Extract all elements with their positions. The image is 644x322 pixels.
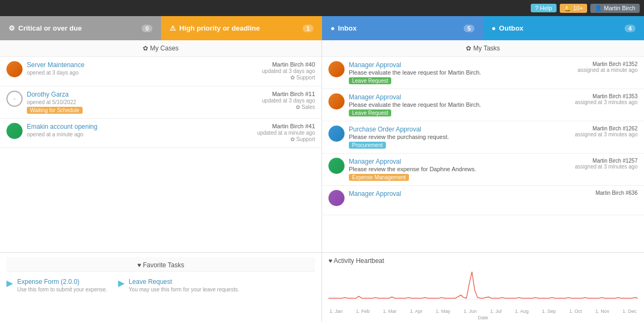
status-badge: Leave Request (349, 109, 391, 116)
favorite-task-item: ▶ Leave Request You may use this form fo… (118, 278, 239, 292)
avatar (6, 61, 23, 77)
status-badge: Leave Request (349, 77, 391, 84)
notification-button[interactable]: 🔔 10+ (560, 4, 588, 13)
favorite-tasks-panel: ♥ Favorite Tasks ▶ Expense Form (2.0.0) … (0, 252, 322, 322)
activity-chart (328, 266, 638, 309)
tasks-list[interactable]: Manager Approval Please evaluate the lea… (322, 57, 644, 252)
favorite-task-item: ▶ Expense Form (2.0.0) Use this form to … (6, 278, 107, 292)
task-item: Purchase Order Approval Please review th… (322, 121, 644, 153)
top-navigation: ? Help 🔔 10+ 👤 Martin Birch (0, 0, 644, 16)
avatar (328, 61, 345, 77)
my-tasks-header: ✿ My Tasks (322, 40, 644, 57)
activity-heartbeat-panel: ♥ Activity Heartbeat 1. Jan 1. Feb 1. Ma… (322, 252, 644, 322)
my-cases-header: ✿ My Cases (0, 40, 321, 57)
tab-bar: ⚙ Critical or over due 0 ⚠ High priority… (0, 16, 644, 40)
fav-task-title[interactable]: Expense Form (2.0.0) (17, 278, 107, 286)
task-title[interactable]: Manager Approval (349, 190, 564, 197)
play-icon: ▶ (6, 278, 13, 292)
case-title[interactable]: Emakin account opening (27, 123, 246, 130)
case-meta: opened at 3 days ago (27, 70, 246, 76)
warning-icon: ⚠ (170, 24, 176, 32)
task-title[interactable]: Purchase Order Approval (349, 126, 564, 133)
avatar (328, 93, 345, 109)
my-cases-panel: ✿ My Cases Server Maintenance opened at … (0, 40, 322, 252)
outbox-icon: ● (492, 24, 496, 32)
tab-outbox[interactable]: ● Outbox 4 (483, 16, 644, 40)
chart-date-label: Date (328, 315, 638, 320)
help-button[interactable]: ? Help (531, 4, 557, 12)
activity-heartbeat-title: ♥ Activity Heartbeat (328, 257, 638, 265)
tab-critical[interactable]: ⚙ Critical or over due 0 (0, 16, 161, 40)
avatar (328, 126, 345, 142)
play-icon: ▶ (118, 278, 125, 292)
status-badge: Procurement (349, 142, 386, 149)
case-title[interactable]: Server Maintenance (27, 61, 246, 69)
task-item: Manager Approval Please review the expen… (322, 153, 644, 186)
tab-high-priority[interactable]: ⚠ High priority or deadline 1 (161, 16, 322, 40)
case-item: Emakin account opening opened at a minut… (0, 119, 321, 148)
cases-list[interactable]: Server Maintenance opened at 3 days ago … (0, 57, 321, 252)
user-menu-button[interactable]: 👤 Martin Birch (590, 4, 640, 13)
my-tasks-panel: ✿ My Tasks Manager Approval Please evalu… (322, 40, 644, 252)
case-title[interactable]: Dorothy Garza (27, 91, 246, 98)
inbox-icon: ● (331, 24, 335, 32)
help-icon: ? (535, 5, 538, 11)
task-title[interactable]: Manager Approval (349, 93, 564, 101)
fav-task-title[interactable]: Leave Request (129, 278, 239, 286)
case-meta: opened at a minute ago (27, 131, 246, 137)
task-item: Manager Approval Martin Birch #636 (322, 186, 644, 215)
bell-icon: 🔔 (564, 5, 572, 12)
main-content: ✿ My Cases Server Maintenance opened at … (0, 40, 644, 252)
avatar (328, 190, 345, 206)
favorite-tasks-header: ♥ Favorite Tasks (6, 257, 315, 272)
task-title[interactable]: Manager Approval (349, 158, 564, 165)
task-item: Manager Approval Please evaluate the lea… (322, 89, 644, 121)
task-title[interactable]: Manager Approval (349, 61, 564, 69)
task-item: Manager Approval Please evaluate the lea… (322, 57, 644, 89)
middle-section: ♥ Favorite Tasks ▶ Expense Form (2.0.0) … (0, 252, 644, 322)
case-item: Server Maintenance opened at 3 days ago … (0, 57, 321, 86)
critical-icon: ⚙ (9, 24, 15, 32)
user-icon: 👤 (595, 5, 602, 12)
status-badge: Waiting for Schedule (27, 107, 83, 114)
avatar: ○ (6, 91, 23, 107)
avatar (328, 158, 345, 174)
avatar (6, 123, 23, 139)
tab-inbox[interactable]: ● Inbox 5 (322, 16, 483, 40)
chart-x-labels: 1. Jan 1. Feb 1. Mar 1. Apr 1. May 1. Ju… (328, 309, 638, 314)
case-meta: opened at 5/10/2022 (27, 99, 246, 105)
status-badge: Expense Management (349, 174, 409, 181)
case-item: ○ Dorothy Garza opened at 5/10/2022 Wait… (0, 86, 321, 119)
